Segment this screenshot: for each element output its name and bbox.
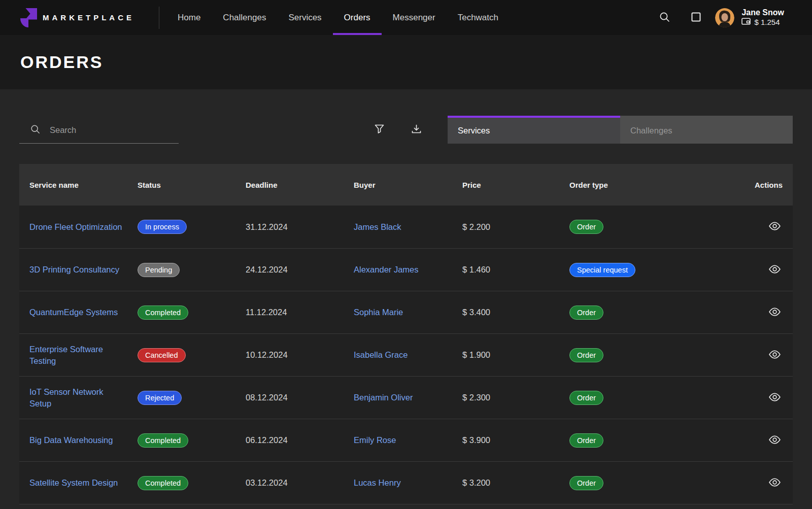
user-balance: $ 1.254: [754, 18, 780, 27]
view-order-button[interactable]: [767, 220, 783, 234]
nav-item-services[interactable]: Services: [277, 0, 332, 35]
order-type-badge: Order: [569, 391, 603, 405]
search-input[interactable]: [50, 125, 179, 135]
nav-item-label: Orders: [344, 13, 370, 23]
view-order-button[interactable]: [767, 476, 783, 490]
column-header-order-type: Order type: [569, 181, 717, 189]
eye-icon: [769, 267, 781, 275]
buyer-link[interactable]: James Black: [354, 221, 401, 232]
service-name-link[interactable]: Drone Fleet Optimization: [29, 221, 122, 232]
price-cell: $ 2.200: [462, 222, 569, 232]
square-button[interactable]: [688, 9, 704, 26]
buyer-link[interactable]: Lucas Henry: [354, 477, 401, 488]
service-name-link[interactable]: Big Data Warehousing: [29, 434, 113, 446]
service-name-link[interactable]: Satellite System Design: [29, 477, 118, 488]
buyer-link[interactable]: Emily Rose: [354, 434, 396, 446]
status-badge: Rejected: [138, 391, 182, 405]
service-name-link[interactable]: QuantumEdge Systems: [29, 307, 118, 318]
orders-toolbar: Services Challenges: [19, 116, 793, 144]
status-badge: Pending: [138, 263, 180, 277]
user-name[interactable]: Jane Snow: [741, 8, 784, 18]
nav-item-label: Messenger: [393, 13, 435, 23]
order-type-badge: Order: [569, 306, 603, 320]
brand-name: MARKETPLACE: [43, 13, 134, 22]
deadline-cell: 06.12.2024: [246, 435, 354, 445]
buyer-link[interactable]: Benjamin Oliver: [354, 392, 413, 403]
service-name-link[interactable]: 3D Printing Consultancy: [29, 264, 119, 275]
buyer-link[interactable]: Alexander James: [354, 264, 418, 275]
view-order-button[interactable]: [767, 433, 783, 448]
page-title: ORDERS: [20, 52, 103, 72]
table-row: Satellite System Design Completed 03.12.…: [19, 461, 793, 504]
status-badge: Completed: [138, 476, 188, 490]
price-cell: $ 1.900: [462, 350, 569, 360]
deadline-cell: 24.12.2024: [246, 265, 354, 275]
table-row: Enterprise Software Testing Cancelled 10…: [19, 333, 793, 376]
status-badge: Cancelled: [138, 348, 186, 362]
eye-icon: [769, 310, 781, 318]
deadline-cell: 08.12.2024: [246, 393, 354, 402]
brand-logo[interactable]: MARKETPLACE: [20, 8, 134, 28]
download-icon: [412, 124, 421, 135]
view-order-button[interactable]: [767, 391, 783, 405]
order-type-badge: Order: [569, 433, 603, 448]
main-content: Services Challenges Service name Status …: [0, 116, 812, 504]
eye-icon: [769, 395, 781, 403]
view-order-button[interactable]: [767, 348, 783, 362]
buyer-link[interactable]: Sophia Marie: [354, 307, 403, 318]
column-header-deadline: Deadline: [246, 181, 354, 189]
search-field[interactable]: [19, 124, 179, 144]
orders-table: Service name Status Deadline Buyer Price…: [19, 164, 793, 504]
nav-item-home[interactable]: Home: [166, 0, 212, 35]
column-header-price: Price: [462, 181, 569, 189]
table-row: 3D Printing Consultancy Pending 24.12.20…: [19, 248, 793, 291]
status-badge: Completed: [138, 433, 188, 448]
price-cell: $ 3.400: [462, 308, 569, 317]
deadline-cell: 10.12.2024: [246, 350, 354, 360]
table-row: Drone Fleet Optimization In process 31.1…: [19, 206, 793, 248]
table-header-row: Service name Status Deadline Buyer Price…: [19, 164, 793, 206]
search-button[interactable]: [656, 9, 673, 27]
deadline-cell: 31.12.2024: [246, 222, 354, 232]
table-body: Drone Fleet Optimization In process 31.1…: [19, 206, 793, 504]
order-type-badge: Special request: [569, 263, 635, 277]
marketplace-logo-icon: [20, 8, 37, 28]
nav-item-challenges[interactable]: Challenges: [212, 0, 277, 35]
tab-services[interactable]: Services: [448, 116, 620, 144]
main-nav: Home Challenges Services Orders Messenge…: [166, 0, 510, 35]
price-cell: $ 2.300: [462, 393, 569, 402]
price-cell: $ 3.900: [462, 435, 569, 445]
order-type-badge: Order: [569, 220, 603, 234]
nav-item-techwatch[interactable]: Techwatch: [447, 0, 510, 35]
view-order-button[interactable]: [767, 306, 783, 320]
search-icon: [659, 12, 670, 24]
page-header: ORDERS: [0, 35, 812, 89]
tab-label: Services: [458, 126, 490, 135]
user-avatar[interactable]: [715, 8, 734, 27]
column-header-buyer: Buyer: [354, 181, 462, 189]
nav-item-messenger[interactable]: Messenger: [382, 0, 447, 35]
top-navbar: MARKETPLACE Home Challenges Services Ord…: [0, 0, 812, 35]
order-type-badge: Order: [569, 348, 603, 362]
service-name-link[interactable]: IoT Sensor Network Setup: [29, 386, 123, 409]
wallet-icon: [741, 18, 751, 27]
eye-icon: [769, 353, 781, 360]
eye-icon: [769, 438, 781, 446]
table-row: IoT Sensor Network Setup Rejected 08.12.…: [19, 376, 793, 419]
eye-icon: [769, 224, 781, 232]
view-order-button[interactable]: [767, 263, 783, 277]
filter-button[interactable]: [371, 121, 387, 139]
tab-challenges[interactable]: Challenges: [620, 116, 793, 144]
table-row: Big Data Warehousing Completed 06.12.202…: [19, 419, 793, 461]
status-badge: Completed: [138, 306, 188, 320]
download-button[interactable]: [409, 121, 424, 139]
nav-item-orders[interactable]: Orders: [333, 0, 382, 35]
buyer-link[interactable]: Isabella Grace: [354, 349, 408, 360]
nav-divider: [159, 7, 159, 29]
nav-item-label: Techwatch: [458, 13, 498, 23]
status-badge: In process: [138, 220, 187, 234]
nav-item-label: Home: [178, 13, 200, 23]
deadline-cell: 11.12.2024: [246, 308, 354, 317]
service-name-link[interactable]: Enterprise Software Testing: [29, 344, 123, 366]
deadline-cell: 03.12.2024: [246, 478, 354, 488]
